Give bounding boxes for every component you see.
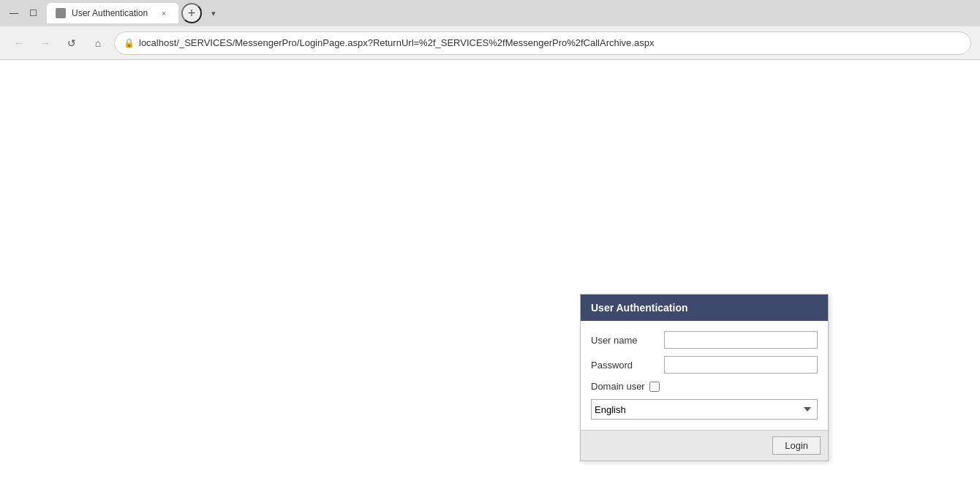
password-input[interactable] [664,356,818,374]
tab-bar: ― ☐ User Authentication × + ▾ [0,0,980,26]
domain-label: Domain user [591,381,645,392]
domain-checkbox[interactable] [649,382,660,392]
tab-title: User Authentication [72,8,152,18]
panel-body: User name Password Domain user English F… [581,321,828,430]
domain-row: Domain user [591,381,818,392]
new-tab-btn[interactable]: + [181,3,202,23]
tab-favicon [56,8,66,18]
window-controls: ― ☐ [6,5,41,21]
forward-btn[interactable]: → [35,33,56,53]
login-panel: User Authentication User name Password D… [580,294,829,461]
password-label: Password [591,360,657,371]
panel-header: User Authentication [581,295,828,321]
window-restore-btn[interactable]: ☐ [25,5,41,21]
security-icon: 🔒 [124,38,135,48]
tab-list-btn[interactable]: ▾ [205,4,222,22]
window-minimize-btn[interactable]: ― [6,5,22,21]
panel-title: User Authentication [591,302,688,314]
browser-chrome: ― ☐ User Authentication × + ▾ ← → ↺ ⌂ 🔒 … [0,0,980,60]
reload-btn[interactable]: ↺ [61,33,82,53]
home-btn[interactable]: ⌂ [88,33,108,53]
page-content: User Authentication User name Password D… [0,60,980,500]
language-select[interactable]: English French German Spanish [591,399,818,420]
username-input[interactable] [664,331,818,349]
active-tab[interactable]: User Authentication × [47,3,178,23]
panel-footer: Login [581,430,828,461]
back-btn[interactable]: ← [9,33,29,53]
login-button[interactable]: Login [772,436,821,455]
tab-close-btn[interactable]: × [158,7,170,19]
password-row: Password [591,356,818,374]
username-row: User name [591,331,818,349]
url-text: localhost/_SERVICES/MessengerPro/LoginPa… [139,37,654,48]
url-bar[interactable]: 🔒 localhost/_SERVICES/MessengerPro/Login… [114,31,971,55]
username-label: User name [591,335,657,346]
address-bar: ← → ↺ ⌂ 🔒 localhost/_SERVICES/MessengerP… [0,26,980,60]
language-row: English French German Spanish [591,399,818,420]
